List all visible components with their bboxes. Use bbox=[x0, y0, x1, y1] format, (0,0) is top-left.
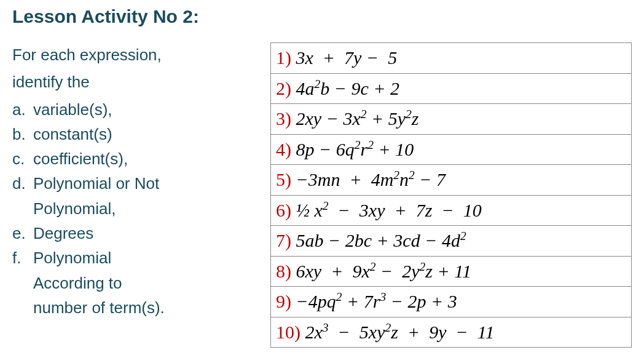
expression-cell: 6) ½ x2 − 3xy + 7z − 10 bbox=[271, 195, 632, 226]
instruction-text: According to bbox=[33, 271, 122, 295]
expression-cell: 5) −3mn + 4m2n2 − 7 bbox=[271, 165, 632, 196]
instruction-item: e.Degrees bbox=[12, 221, 258, 245]
lesson-title: Lesson Activity No 2: bbox=[12, 6, 632, 27]
expression-math: ½ x2 − 3xy + 7z − 10 bbox=[291, 200, 482, 220]
instructions-lead-1: For each expression, bbox=[12, 42, 258, 67]
table-row: 9) −4pq2 + 7r3 − 2p + 3 bbox=[271, 287, 632, 317]
expression-cell: 10) 2x3 − 5xy2z + 9y − 11 bbox=[271, 317, 632, 348]
instruction-item: a.variable(s), bbox=[12, 97, 258, 122]
expressions-table: 1) 3x + 7y − 52) 4a2b − 9c + 23) 2xy − 3… bbox=[270, 42, 632, 348]
instruction-text: constant(s) bbox=[33, 122, 112, 146]
instruction-text: Polynomial bbox=[33, 245, 111, 270]
instruction-letter: f. bbox=[12, 245, 33, 270]
instruction-letter bbox=[12, 295, 33, 320]
expression-math: 2xy − 3x2 + 5y2z bbox=[291, 108, 418, 129]
instruction-letter: e. bbox=[12, 221, 33, 245]
instruction-letter: b. bbox=[12, 122, 33, 146]
expression-number: 7) bbox=[276, 230, 291, 250]
table-row: 7) 5ab − 2bc + 3cd − 4d2 bbox=[271, 226, 632, 257]
instruction-text: Polynomial, bbox=[33, 196, 116, 221]
instruction-letter: d. bbox=[12, 171, 33, 196]
table-row: 1) 3x + 7y − 5 bbox=[271, 43, 632, 74]
expressions-column: 1) 3x + 7y − 52) 4a2b − 9c + 23) 2xy − 3… bbox=[270, 42, 632, 348]
expression-cell: 7) 5ab − 2bc + 3cd − 4d2 bbox=[271, 226, 632, 257]
instruction-item: number of term(s). bbox=[12, 295, 258, 320]
expression-number: 4) bbox=[276, 139, 291, 159]
instruction-item: c.coefficient(s), bbox=[12, 146, 258, 171]
expression-number: 5) bbox=[276, 169, 291, 189]
instruction-text: number of term(s). bbox=[33, 295, 165, 320]
instruction-item: f.Polynomial bbox=[12, 245, 258, 270]
expression-math: 4a2b − 9c + 2 bbox=[291, 78, 399, 98]
expression-number: 10) bbox=[276, 322, 300, 342]
table-row: 8) 6xy + 9x2 − 2y2z + 11 bbox=[271, 256, 632, 287]
instruction-text: variable(s), bbox=[33, 97, 112, 122]
expression-cell: 3) 2xy − 3x2 + 5y2z bbox=[271, 104, 632, 135]
expression-cell: 8) 6xy + 9x2 − 2y2z + 11 bbox=[271, 256, 632, 287]
expression-math: 6xy + 9x2 − 2y2z + 11 bbox=[291, 261, 471, 281]
expression-number: 8) bbox=[276, 261, 291, 281]
instruction-text: Polynomial or Not bbox=[33, 171, 159, 196]
expression-number: 1) bbox=[276, 47, 291, 68]
expression-math: 3x + 7y − 5 bbox=[291, 47, 397, 68]
expression-number: 2) bbox=[276, 78, 291, 98]
instruction-text: coefficient(s), bbox=[33, 146, 128, 171]
main-container: For each expression, identify the a.vari… bbox=[12, 42, 632, 348]
expression-math: 2x3 − 5xy2z + 9y − 11 bbox=[300, 322, 495, 342]
expression-cell: 2) 4a2b − 9c + 2 bbox=[271, 73, 632, 104]
table-row: 5) −3mn + 4m2n2 − 7 bbox=[271, 165, 632, 196]
instruction-letter: c. bbox=[12, 146, 33, 171]
table-row: 2) 4a2b − 9c + 2 bbox=[271, 73, 632, 104]
instructions-block: For each expression, identify the a.vari… bbox=[12, 42, 258, 320]
expression-math: 8p − 6q2r2 + 10 bbox=[291, 139, 414, 159]
instruction-letter bbox=[12, 196, 33, 221]
instruction-text: Degrees bbox=[33, 221, 93, 245]
expression-number: 6) bbox=[276, 200, 291, 220]
table-row: 3) 2xy − 3x2 + 5y2z bbox=[271, 104, 632, 135]
table-row: 6) ½ x2 − 3xy + 7z − 10 bbox=[271, 195, 632, 226]
expression-number: 9) bbox=[276, 291, 291, 311]
expression-math: 5ab − 2bc + 3cd − 4d2 bbox=[291, 230, 466, 250]
expression-math: −4pq2 + 7r3 − 2p + 3 bbox=[291, 291, 457, 311]
instruction-item: b.constant(s) bbox=[12, 122, 258, 146]
table-row: 10) 2x3 − 5xy2z + 9y − 11 bbox=[271, 317, 632, 348]
instructions-column: For each expression, identify the a.vari… bbox=[12, 42, 258, 348]
table-row: 4) 8p − 6q2r2 + 10 bbox=[271, 134, 632, 165]
instruction-letter bbox=[12, 271, 33, 295]
instruction-letter: a. bbox=[12, 97, 33, 122]
instruction-item: Polynomial, bbox=[12, 196, 258, 221]
instruction-item: According to bbox=[12, 271, 258, 295]
expression-number: 3) bbox=[276, 108, 291, 129]
instructions-lead-2: identify the bbox=[12, 70, 258, 94]
expression-math: −3mn + 4m2n2 − 7 bbox=[291, 169, 446, 189]
expression-cell: 1) 3x + 7y − 5 bbox=[271, 43, 632, 74]
expression-cell: 9) −4pq2 + 7r3 − 2p + 3 bbox=[271, 287, 632, 317]
expression-cell: 4) 8p − 6q2r2 + 10 bbox=[271, 134, 632, 165]
instruction-item: d.Polynomial or Not bbox=[12, 171, 258, 196]
